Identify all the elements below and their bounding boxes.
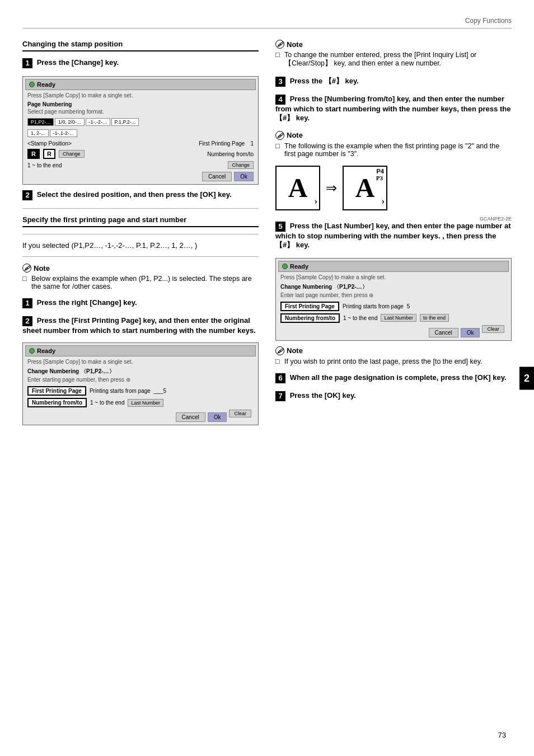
step-num-5: 5 — [275, 222, 285, 232]
dialog1-ok[interactable]: Ok — [234, 172, 254, 181]
dialog3-change-num: Change Numbering 〈P1,P2-…〉 — [278, 283, 509, 292]
dialog2-ready: Ready — [37, 348, 55, 354]
diagram-page1-letter: A — [288, 172, 308, 203]
page-corner-label: P4 — [377, 168, 384, 175]
dialog3: Ready Press [Sample Copy] to make a sing… — [275, 258, 512, 341]
dialog1-titlebar: Ready — [25, 79, 256, 90]
right-step4: 4 Press the [Numbering from/to] key, and… — [275, 95, 512, 123]
sep1 — [22, 208, 259, 209]
ready-dot — [29, 82, 35, 87]
tab-number: 2 — [519, 367, 534, 389]
right-note1-label: Note — [287, 40, 303, 49]
diagram: A › ⇒ P4 P3 A › — [275, 166, 512, 210]
dialog3-clear-btn[interactable]: Clear — [482, 325, 504, 333]
diagram-page1: A › — [275, 166, 320, 210]
format-btn-dash1[interactable]: -1-,-2-... — [86, 118, 110, 126]
dialog1-subtitle: Press [Sample Copy] to make a single set… — [25, 92, 256, 99]
dialog3-last-num-btn[interactable]: Last Number — [381, 314, 416, 322]
dialog3-to-end-btn[interactable]: to the end — [420, 314, 449, 322]
sec2-step-num-2: 2 — [22, 316, 32, 326]
format-btn-p1p2dot[interactable]: P.1,P.2-... — [111, 118, 139, 126]
section2-heading: Specify the first printing page and star… — [22, 215, 259, 227]
format-btn-12[interactable]: 1, 2-... — [27, 129, 49, 137]
format-btn-p1p2[interactable]: P1,P2-... — [27, 118, 54, 126]
sec2-step1: 1 Press the right [Change] key. — [22, 298, 259, 308]
right-note1-item: To change the number entered, press the … — [275, 51, 512, 68]
sec2-step-num-1: 1 — [22, 298, 32, 308]
ready-dot3 — [282, 264, 288, 269]
left-column: Changing the stamp position 1 Press the … — [22, 40, 259, 431]
stamp-btn-r1[interactable]: R — [27, 149, 40, 159]
dialog1-numbering-row: 1 ~ to the end Change — [25, 160, 256, 170]
note-icon-r1: 🖊 — [275, 40, 284, 49]
step-num-4: 4 — [275, 95, 285, 105]
dialog3-instruction: Enter last page number, then press ⊛ — [278, 292, 509, 299]
stamp-label: <Stamp Position> — [27, 140, 72, 147]
page1-fold: › — [315, 196, 317, 206]
step5-text: Press the [Last Number] key, and then en… — [275, 222, 511, 249]
left-note1: 🖊 Note Below explains the example when (… — [22, 264, 259, 290]
dialog1-section: Page Numbering — [25, 101, 256, 108]
right-note3-label: Note — [287, 346, 303, 355]
format-btn-1o2o[interactable]: 1/0, 2/0-... — [55, 118, 85, 126]
sec2-step2-text: Press the [First Printing Page] key, and… — [22, 316, 256, 335]
right-note1: 🖊 Note To change the number entered, pre… — [275, 40, 512, 68]
dialog3-first-row: First Printing Page Printing starts from… — [278, 300, 509, 312]
page-number: 73 — [498, 731, 506, 739]
dialog3-printing-starts: Printing starts from page — [343, 303, 404, 309]
dialog1-stamp-row: <Stamp Position> First Printing Page 1 — [25, 139, 256, 148]
dialog3-cancel[interactable]: Cancel — [429, 328, 458, 337]
sep3 — [22, 256, 259, 257]
dialog3-ready: Ready — [290, 263, 308, 270]
left-step2: 2 Select the desired position, and then … — [22, 190, 259, 200]
right-note2: 🖊 Note The following is the example when… — [275, 131, 512, 158]
first-printing-btn[interactable]: First Printing Page — [27, 386, 86, 396]
step-num-7: 7 — [275, 391, 285, 401]
numbering-fromto-btn[interactable]: Numbering from/to — [27, 398, 87, 407]
step6-text: When all the page designation is complet… — [290, 373, 507, 382]
diagram-page2: P4 P3 A › — [343, 166, 387, 210]
dialog3-titlebar: Ready — [278, 261, 509, 272]
last-num-btn[interactable]: Last Number — [128, 399, 163, 407]
sec2-step2: 2 Press the [First Printing Page] key, a… — [22, 316, 259, 335]
step2-text: Select the desired position, and then pr… — [37, 190, 232, 199]
ready-dot2 — [29, 348, 35, 354]
dialog3-first-btn[interactable]: First Printing Page — [280, 302, 339, 311]
right-column: 🖊 Note To change the number entered, pre… — [275, 40, 512, 431]
section1-heading: Changing the stamp position — [22, 40, 259, 51]
format-row1: P1,P2-... 1/0, 2/0-... -1-,-2-... P.1,P.… — [25, 117, 256, 127]
right-step7: 7 Press the [OK] key. — [275, 391, 512, 401]
dialog3-ok[interactable]: Ok — [461, 328, 480, 337]
section2-intro: If you selected (P1,P2…, -1-,-2-…, P.1, … — [22, 241, 259, 250]
dialog2-ok[interactable]: Ok — [208, 412, 227, 422]
sec2-step1-text: Press the right [Change] key. — [37, 298, 137, 307]
format-row2: 1, 2-... -1-,1-2-... — [25, 128, 256, 138]
dialog2-footer: Cancel Ok — [25, 411, 229, 422]
diagram-arrow: ⇒ — [326, 180, 337, 196]
dialog2-printing-starts: Printing starts from page — [90, 388, 151, 394]
diagram-page2-label: P3 — [376, 175, 383, 181]
step3-text: Press the 【#】 key. — [290, 77, 359, 85]
numbering-change-btn[interactable]: Change — [228, 161, 254, 169]
right-note3-item: If you wish to print onto the last page,… — [275, 358, 512, 365]
dialog2-numbering-row: Numbering from/to 1 ~ to the end Last Nu… — [25, 397, 256, 408]
dialog3-numbering-btn[interactable]: Numbering from/to — [280, 313, 340, 323]
format-btn-1-2[interactable]: -1-,1-2-... — [50, 129, 77, 137]
right-note3-title: 🖊 Note — [275, 346, 512, 355]
left-step1: 1 Press the [Change] key. — [22, 58, 259, 68]
dialog2-cancel[interactable]: Cancel — [176, 412, 205, 422]
page-container: Copy Functions 2 Changing the stamp posi… — [0, 0, 534, 756]
dialog2-printing-val: ___5 — [154, 388, 166, 394]
dialog3-numbering-val: 1 ~ to the end — [343, 315, 377, 321]
dialog2-clear-btn[interactable]: Clear — [229, 410, 251, 417]
dialog2-subtitle: Press [Sample Copy] to make a single set… — [25, 358, 256, 365]
two-col-layout: Changing the stamp position 1 Press the … — [22, 40, 512, 431]
from-page-val: 1 — [250, 140, 254, 147]
dialog1-select-label: Select page numbering format. — [25, 108, 256, 115]
stamp-btn-r2[interactable]: R — [43, 149, 55, 159]
dialog1-cancel[interactable]: Cancel — [202, 172, 232, 181]
step1-text: Press the [Change] key. — [37, 58, 119, 67]
stamp-change-btn[interactable]: Change — [59, 150, 85, 158]
dialog3-numbering-row: Numbering from/to 1 ~ to the end Last Nu… — [278, 312, 509, 324]
step-num-3: 3 — [275, 77, 285, 87]
